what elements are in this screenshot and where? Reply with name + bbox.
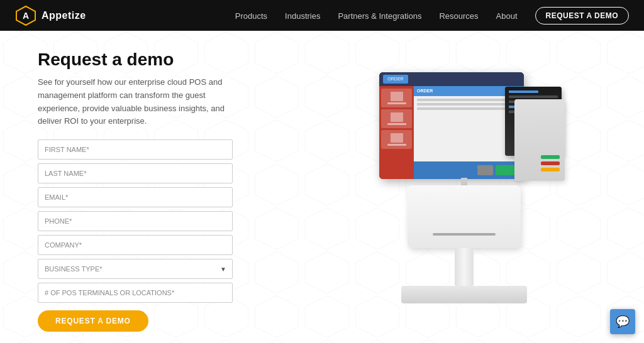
email-input[interactable] — [38, 187, 233, 207]
chat-icon: 💬 — [616, 315, 630, 329]
menu-item-1 — [381, 89, 412, 107]
printer-slot — [433, 233, 496, 236]
nav-demo-button-item[interactable]: REQUEST A DEMO — [535, 7, 629, 24]
business-type-wrapper: BUSINESS TYPE* Sports & Entertainment Th… — [38, 259, 233, 279]
nav-item-resources[interactable]: Resources — [439, 10, 478, 21]
svg-text:A: A — [23, 11, 29, 21]
nav-item-products[interactable]: Products — [235, 10, 267, 21]
screen-action-buttons — [414, 161, 524, 179]
screen-tab: ORDER — [383, 75, 408, 84]
submit-demo-button[interactable]: REQUEST A DEMO — [38, 310, 148, 332]
pos-receipt-printer — [514, 99, 565, 181]
menu-item-image — [391, 92, 403, 101]
menu-item-2 — [381, 109, 412, 128]
main-content: Request a demo See for yourself how our … — [0, 31, 644, 343]
last-name-input[interactable] — [38, 163, 233, 183]
pos-base — [401, 286, 527, 303]
receipt-btn-yellow — [541, 168, 560, 172]
pos-device-illustration: ORDER — [357, 77, 571, 316]
logo-text: Appetize — [42, 10, 86, 21]
pos-terminals-input[interactable] — [38, 283, 233, 303]
page-description: See for yourself how our enterprise clou… — [38, 76, 239, 128]
menu-item-label — [387, 123, 406, 125]
pos-main-screen: ORDER — [379, 72, 524, 179]
menu-item-label — [387, 102, 406, 104]
receipt-printer-buttons — [514, 155, 565, 172]
logo[interactable]: A Appetize — [15, 5, 86, 26]
left-panel: Request a demo See for yourself how our … — [38, 50, 322, 343]
receipt-btn-red — [541, 161, 560, 165]
sec-screen-bar-2 — [509, 95, 558, 98]
business-type-select[interactable]: BUSINESS TYPE* Sports & Entertainment Th… — [38, 259, 233, 279]
screen-body: ORDER — [379, 86, 524, 179]
page-title: Request a demo — [38, 50, 322, 70]
first-name-input[interactable] — [38, 139, 233, 160]
demo-form: BUSINESS TYPE* Sports & Entertainment Th… — [38, 139, 233, 332]
sec-screen-bar-1 — [509, 90, 538, 93]
pos-pole — [455, 248, 474, 286]
order-title: ORDER — [417, 89, 433, 93]
screen-top-bar: ORDER — [379, 72, 524, 86]
nav-item-about[interactable]: About — [496, 10, 518, 21]
nav-links: Products Industries Partners & Integrati… — [235, 7, 629, 24]
pos-printer-unit — [408, 185, 521, 248]
menu-item-image — [391, 112, 403, 122]
company-input[interactable] — [38, 235, 233, 255]
right-panel: ORDER — [322, 50, 606, 343]
navigation: A Appetize Products Industries Partners … — [0, 0, 644, 31]
screen-cancel-btn — [477, 165, 493, 175]
screen-menu-column — [379, 86, 414, 179]
phone-input[interactable] — [38, 211, 233, 231]
menu-item-3 — [381, 130, 412, 149]
menu-item-image — [391, 133, 403, 143]
nav-item-industries[interactable]: Industries — [285, 10, 320, 21]
chat-widget[interactable]: 💬 — [610, 309, 635, 334]
receipt-btn-green — [541, 155, 560, 159]
menu-item-label — [387, 144, 406, 146]
nav-request-demo-button[interactable]: REQUEST A DEMO — [535, 7, 629, 24]
nav-item-partners[interactable]: Partners & Integrations — [338, 10, 421, 21]
